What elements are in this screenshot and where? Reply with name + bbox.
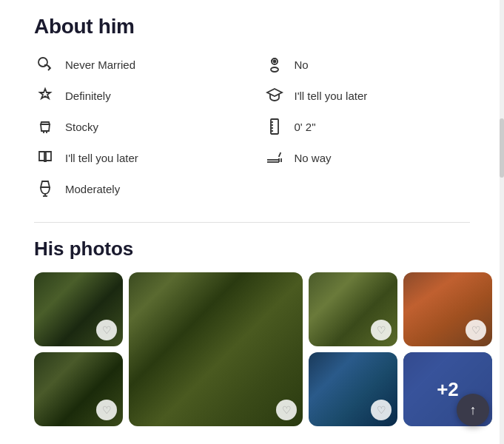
photo-cell-3: ♡ bbox=[309, 272, 397, 346]
photos-title: His photos bbox=[34, 238, 470, 260]
marital-status-text: Never Married bbox=[65, 58, 135, 71]
children-icon bbox=[263, 53, 286, 75]
svg-point-2 bbox=[273, 61, 275, 63]
heart-btn-5[interactable]: ♡ bbox=[96, 400, 117, 420]
photo-cell-big: ♡ bbox=[129, 272, 303, 426]
children-text: No bbox=[295, 58, 309, 71]
photo-cell-1: ♡ bbox=[34, 272, 123, 346]
page-container: About him Never Married bbox=[0, 0, 504, 441]
svg-rect-5 bbox=[271, 119, 278, 134]
svg-point-3 bbox=[271, 67, 278, 72]
scrollbar-thumb[interactable] bbox=[500, 118, 504, 178]
attr-body-type: Stocky bbox=[34, 115, 241, 138]
section-divider bbox=[34, 222, 470, 223]
body-icon bbox=[34, 115, 56, 138]
drinks-text: Moderately bbox=[65, 183, 120, 195]
attr-attitude: Definitely bbox=[34, 84, 241, 107]
height-text: 0' 2" bbox=[295, 121, 316, 133]
smoking-icon bbox=[263, 147, 286, 169]
heart-btn-big[interactable]: ♡ bbox=[276, 400, 297, 420]
height-icon bbox=[263, 115, 286, 138]
scroll-up-button[interactable]: ↑ bbox=[457, 394, 489, 426]
attributes-grid: Never Married No Definitely bbox=[34, 53, 470, 200]
education-icon bbox=[263, 84, 286, 107]
attitude-icon bbox=[34, 84, 56, 107]
photo-cell-5: ♡ bbox=[34, 352, 123, 426]
attr-smoking: No way bbox=[263, 147, 471, 169]
education-text: I'll tell you later bbox=[295, 90, 368, 102]
attr-children: No bbox=[263, 53, 471, 75]
heart-btn-4[interactable]: ♡ bbox=[466, 320, 486, 340]
svg-marker-4 bbox=[267, 89, 282, 96]
tell-later-left-text: I'll tell you later bbox=[65, 152, 138, 164]
more-count: +2 bbox=[437, 378, 459, 401]
body-type-text: Stocky bbox=[65, 121, 98, 133]
about-title: About him bbox=[34, 15, 470, 38]
photo-cell-4: ♡ bbox=[403, 272, 492, 346]
photos-grid: ♡ ♡ ♡ ♡ ♡ ♡ +2 bbox=[34, 272, 470, 426]
attitude-text: Definitely bbox=[65, 90, 111, 102]
attr-drinks: Moderately bbox=[34, 178, 241, 200]
marital-icon bbox=[34, 53, 56, 75]
scrollbar-track bbox=[500, 0, 504, 444]
heart-btn-1[interactable]: ♡ bbox=[96, 320, 117, 340]
photo-cell-6: ♡ bbox=[309, 352, 397, 426]
drinks-icon bbox=[34, 178, 56, 200]
smoking-text: No way bbox=[295, 152, 332, 164]
attr-tell-later: I'll tell you later bbox=[34, 147, 241, 169]
heart-btn-3[interactable]: ♡ bbox=[371, 320, 392, 340]
book-icon bbox=[34, 147, 56, 169]
attr-marital-status: Never Married bbox=[34, 53, 241, 75]
attr-education: I'll tell you later bbox=[263, 84, 471, 107]
photo-big bbox=[129, 272, 303, 426]
heart-btn-6[interactable]: ♡ bbox=[371, 400, 392, 420]
attr-height: 0' 2" bbox=[263, 115, 471, 138]
scroll-up-icon: ↑ bbox=[470, 403, 477, 418]
